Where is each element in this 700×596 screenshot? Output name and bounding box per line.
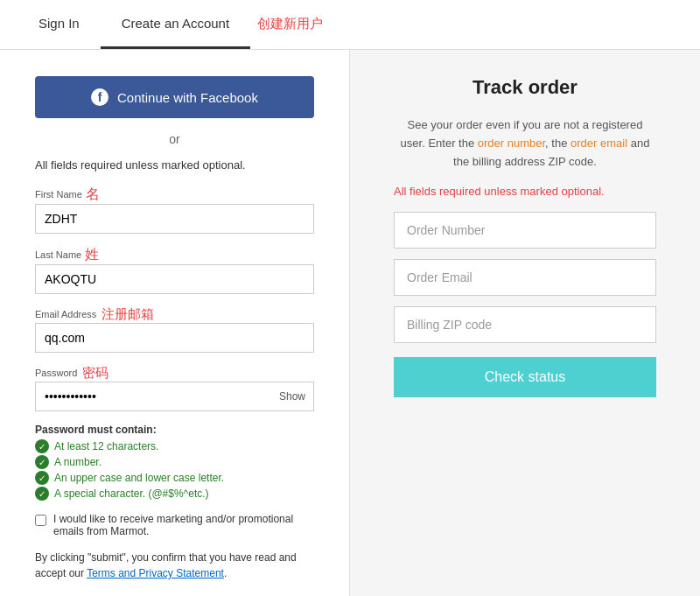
email-group: Email Address 注册邮箱 <box>35 306 314 353</box>
requirement-4: ✓ A special character. (@#$%^etc.) <box>35 487 314 501</box>
facebook-button-label: Continue with Facebook <box>117 90 258 105</box>
last-name-label: Last Name <box>35 249 81 260</box>
requirement-3: ✓ An upper case and lower case letter. <box>35 471 314 485</box>
req4-text: A special character. (@#$%^etc.) <box>54 487 209 500</box>
billing-zip-group <box>394 306 656 343</box>
track-order-title: Track order <box>394 76 656 99</box>
last-name-input[interactable] <box>35 264 314 294</box>
password-wrapper: Show <box>35 382 314 411</box>
track-fields-required: All fields required unless marked option… <box>394 185 656 198</box>
first-name-label: First Name <box>35 189 82 200</box>
email-input[interactable] <box>35 323 314 353</box>
last-name-cn: 姓 <box>85 246 99 264</box>
order-number-group <box>394 212 656 249</box>
password-cn: 密码 <box>82 365 108 382</box>
facebook-icon: f <box>91 88 108 106</box>
track-description: See your order even if you are not a reg… <box>394 116 656 171</box>
right-panel: Track order See your order even if you a… <box>350 50 700 596</box>
password-input[interactable] <box>35 382 314 411</box>
req1-text: At least 12 characters. <box>54 440 158 452</box>
req2-text: A number. <box>54 456 102 468</box>
req3-text: An upper case and lower case letter. <box>54 472 224 484</box>
left-panel: f Continue with Facebook or All fields r… <box>0 50 350 596</box>
requirement-2: ✓ A number. <box>35 455 314 469</box>
password-must-label: Password must contain: <box>35 424 314 436</box>
check-icon-2: ✓ <box>35 455 49 469</box>
password-label: Password <box>35 368 77 378</box>
order-email-highlight: order email <box>570 137 627 150</box>
order-email-input[interactable] <box>394 259 656 296</box>
requirement-1: ✓ At least 12 characters. <box>35 439 314 453</box>
terms-text: By clicking "submit", you confirm that y… <box>35 550 314 581</box>
check-icon-4: ✓ <box>35 487 49 501</box>
main-content: f Continue with Facebook or All fields r… <box>0 50 700 596</box>
terms-link[interactable]: Terms and Privacy Statement <box>87 567 224 579</box>
top-navigation: Sign In Create an Account 创建新用户 <box>0 0 700 50</box>
email-cn: 注册邮箱 <box>102 306 154 323</box>
order-number-input[interactable] <box>394 212 656 249</box>
sign-in-tab[interactable]: Sign In <box>18 0 101 49</box>
first-name-cn: 名 <box>86 186 100 204</box>
marketing-checkbox[interactable] <box>35 515 46 526</box>
first-name-group: First Name 名 <box>35 186 314 234</box>
email-label: Email Address <box>35 309 96 319</box>
or-divider: or <box>35 132 314 146</box>
create-account-cn-label: 创建新用户 <box>250 0 330 49</box>
billing-zip-input[interactable] <box>394 306 656 343</box>
check-status-button[interactable]: Check status <box>394 357 656 397</box>
create-account-tab[interactable]: Create an Account <box>101 0 250 49</box>
check-icon-3: ✓ <box>35 471 49 485</box>
check-icon-1: ✓ <box>35 439 49 453</box>
first-name-input[interactable] <box>35 204 314 234</box>
marketing-row: I would like to receive marketing and/or… <box>35 513 314 537</box>
show-password-button[interactable]: Show <box>279 390 305 403</box>
password-group: Password 密码 Show <box>35 365 314 411</box>
fields-required-text: All fields required unless marked option… <box>35 158 314 172</box>
last-name-group: Last Name 姓 <box>35 246 314 294</box>
facebook-button[interactable]: f Continue with Facebook <box>35 76 314 118</box>
marketing-text: I would like to receive marketing and/or… <box>53 513 314 537</box>
order-number-highlight: order number <box>478 137 545 150</box>
order-email-group <box>394 259 656 296</box>
